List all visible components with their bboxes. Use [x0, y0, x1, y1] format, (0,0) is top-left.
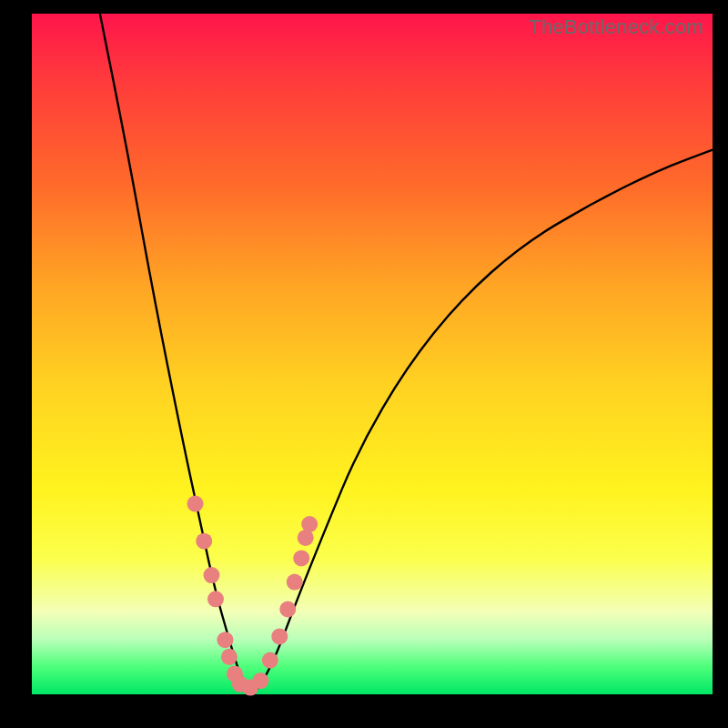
marker-point: [271, 628, 288, 644]
bottleneck-curve: [100, 14, 713, 691]
marker-point: [187, 496, 204, 512]
marker-point: [279, 602, 296, 618]
marker-point: [203, 567, 219, 583]
marker-point: [217, 632, 233, 648]
plot-area: TheBottleneck.com: [32, 14, 713, 694]
marker-point: [196, 533, 212, 550]
marker-point: [301, 516, 318, 532]
curve-svg: [32, 14, 713, 694]
marker-point: [207, 591, 224, 607]
marker-point: [262, 652, 278, 669]
marker-point: [293, 550, 309, 566]
marker-point: [221, 649, 238, 665]
chart-stage: TheBottleneck.com: [0, 0, 728, 728]
marker-point: [252, 672, 268, 689]
marker-point: [287, 574, 303, 591]
